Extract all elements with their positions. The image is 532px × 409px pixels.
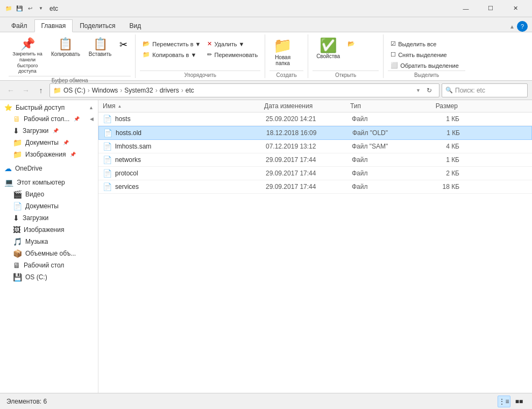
col-size-label: Размер bbox=[436, 102, 458, 110]
open-label: Открыть bbox=[313, 70, 379, 78]
table-row[interactable]: 📄 hosts 25.09.2020 14:21 Файл 1 КБ bbox=[98, 112, 532, 126]
tab-file[interactable]: Файл bbox=[4, 19, 34, 32]
refresh-button[interactable]: ↻ bbox=[423, 84, 436, 97]
crumb-system32[interactable]: System32 bbox=[124, 87, 153, 94]
ribbon-collapse-btn[interactable]: ▲ bbox=[509, 24, 515, 30]
search-box[interactable]: 🔍 Поиск: etc bbox=[442, 83, 528, 97]
sidebar-item-onedrive[interactable]: ☁ OneDrive bbox=[0, 163, 98, 174]
tab-view[interactable]: Вид bbox=[122, 19, 148, 32]
select-items: ☑ Выделить все ☐ Снять выделение ⬜ Обрат… bbox=[388, 37, 462, 70]
sidebar-item-desktop-qa[interactable]: 🖥 Рабочий стол... 📌 ◀ bbox=[0, 113, 98, 125]
sidebar-item-images-pc[interactable]: 🖼 Изображения bbox=[0, 224, 98, 236]
file-size-4: 2 КБ bbox=[416, 170, 459, 177]
table-row[interactable]: 📄 protocol 29.09.2017 17:44 Файл 2 КБ bbox=[98, 167, 532, 180]
downloads-qa-icon: ⬇ bbox=[13, 126, 19, 135]
sidebar-item-music[interactable]: 🎵 Музыка bbox=[0, 236, 98, 248]
sort-arrow: ▲ bbox=[117, 104, 122, 109]
large-icons-view-button[interactable]: ■■ bbox=[513, 396, 526, 407]
properties-button[interactable]: ✅ Свойства bbox=[313, 37, 344, 61]
sidebar-item-quickaccess[interactable]: ⭐ Быстрый доступ ▲ bbox=[0, 102, 98, 113]
scissors-button[interactable]: ✂ bbox=[118, 38, 129, 52]
sidebar-item-documents-pc[interactable]: 📄 Документы bbox=[0, 200, 98, 212]
crumb-os[interactable]: OS (C:) bbox=[63, 87, 86, 94]
col-name-header[interactable]: Имя ▲ bbox=[103, 102, 264, 110]
status-bar: Элементов: 6 ⋮≡ ■■ bbox=[0, 393, 532, 409]
3d-label: Объемные объ... bbox=[25, 250, 76, 257]
sidebar-item-desktop-pc[interactable]: 🖥 Рабочий стол bbox=[0, 259, 98, 271]
new-folder-icon: 📁 bbox=[273, 38, 292, 53]
quickaccess-icon: ⭐ bbox=[4, 104, 12, 111]
sidebar-item-documents-qa[interactable]: 📁 Документы 📌 bbox=[0, 137, 98, 149]
new-folder-label: Новаяпапка bbox=[275, 54, 290, 66]
select-all-button[interactable]: ☑ Выделить все bbox=[388, 39, 462, 49]
file-size-2: 4 КБ bbox=[416, 143, 459, 150]
col-size-header[interactable]: Размер bbox=[415, 102, 458, 110]
copyto-icon: 📁 bbox=[143, 51, 150, 58]
view-controls: ⋮≡ ■■ bbox=[498, 396, 526, 407]
copy-to-button[interactable]: 📁 Копировать в ▼ bbox=[140, 50, 203, 60]
tab-home[interactable]: Главная bbox=[34, 19, 73, 32]
sidebar: ⭐ Быстрый доступ ▲ 🖥 Рабочий стол... 📌 ◀… bbox=[0, 100, 98, 393]
organize-left: 📂 Переместить в ▼ 📁 Копировать в ▼ bbox=[140, 37, 203, 60]
back-button[interactable]: ← bbox=[4, 84, 17, 97]
copy-button[interactable]: 📋 Копировать bbox=[47, 37, 84, 59]
crumb-drivers[interactable]: drivers bbox=[160, 87, 179, 94]
maximize-button[interactable]: ☐ bbox=[478, 0, 503, 17]
new-folder-button[interactable]: 📁 Новаяпапка bbox=[269, 37, 296, 68]
help-button[interactable]: ? bbox=[517, 21, 528, 32]
delete-button[interactable]: ✕ Удалить ▼ bbox=[204, 39, 260, 49]
file-rows: 📄 hosts 25.09.2020 14:21 Файл 1 КБ 📄 hos… bbox=[98, 112, 532, 194]
details-view-button[interactable]: ⋮≡ bbox=[498, 396, 510, 407]
desktop-qa-arrow: ◀ bbox=[90, 116, 94, 122]
forward-button[interactable]: → bbox=[19, 84, 32, 97]
search-input[interactable]: Поиск: etc bbox=[455, 87, 524, 94]
table-row[interactable]: 📄 hosts.old 18.12.2018 16:09 Файл "OLD" … bbox=[98, 126, 532, 140]
col-type-header[interactable]: Тип bbox=[350, 102, 415, 110]
address-bar[interactable]: 📁 OS (C:) › Windows › System32 › drivers… bbox=[49, 83, 439, 97]
sidebar-item-images-qa[interactable]: 📁 Изображения 📌 bbox=[0, 149, 98, 160]
crumb-windows[interactable]: Windows bbox=[92, 87, 118, 94]
properties-label: Свойства bbox=[316, 53, 340, 59]
up-button[interactable]: ↑ bbox=[34, 84, 47, 97]
table-row[interactable]: 📄 lmhosts.sam 07.12.2019 13:12 Файл "SAM… bbox=[98, 140, 532, 153]
sidebar-item-downloads-pc[interactable]: ⬇ Загрузки bbox=[0, 212, 98, 224]
file-icon-1: 📄 bbox=[103, 129, 112, 137]
sidebar-item-thispc[interactable]: 💻 Этот компьютер bbox=[0, 177, 98, 188]
sidebar-item-osdrive[interactable]: 💾 OS (C:) bbox=[0, 271, 98, 283]
file-type-1: Файл "OLD" bbox=[352, 129, 417, 137]
table-row[interactable]: 📄 services 29.09.2017 17:44 Файл 18 КБ bbox=[98, 180, 532, 194]
deselect-button[interactable]: ☐ Снять выделение bbox=[388, 50, 462, 60]
sidebar-item-3d[interactable]: 📦 Объемные объ... bbox=[0, 248, 98, 259]
tab-share[interactable]: Поделиться bbox=[73, 19, 122, 32]
main-content: ⭐ Быстрый доступ ▲ 🖥 Рабочий стол... 📌 ◀… bbox=[0, 100, 532, 393]
new-label: Создать bbox=[269, 70, 303, 78]
open-buttons: ✅ Свойства 📂 bbox=[313, 34, 358, 70]
paste-button[interactable]: 📋 Вставить bbox=[85, 37, 115, 59]
file-size-0: 1 КБ bbox=[416, 115, 459, 123]
pin-icon: 📌 bbox=[20, 38, 35, 50]
file-list-header: Имя ▲ Дата изменения Тип Размер bbox=[98, 100, 532, 112]
pin-mark-2: 📌 bbox=[53, 128, 59, 133]
sidebar-item-downloads-qa[interactable]: ⬇ Загрузки 📌 bbox=[0, 125, 98, 137]
file-name-3: networks bbox=[115, 156, 266, 164]
open-button[interactable]: 📂 bbox=[345, 39, 358, 49]
close-button[interactable]: ✕ bbox=[503, 0, 528, 17]
file-date-2: 07.12.2019 13:12 bbox=[266, 143, 352, 150]
move-to-button[interactable]: 📂 Переместить в ▼ bbox=[140, 39, 203, 49]
pin-button[interactable]: 📌 Закрепить на панелибыстрого доступа bbox=[9, 37, 46, 76]
table-row[interactable]: 📄 networks 29.09.2017 17:44 Файл 1 КБ bbox=[98, 153, 532, 167]
invert-selection-button[interactable]: ⬜ Обратить выделение bbox=[388, 60, 462, 70]
copy-icon: 📋 bbox=[58, 38, 73, 50]
ribbon-group-open: ✅ Свойства 📂 Открыть bbox=[308, 34, 384, 78]
col-date-header[interactable]: Дата изменения bbox=[264, 102, 350, 110]
file-icon-3: 📄 bbox=[103, 156, 112, 164]
select-all-label: Выделить все bbox=[398, 41, 436, 47]
crumb-etc[interactable]: etc bbox=[186, 87, 194, 94]
rename-button[interactable]: ✏ Переименовать bbox=[204, 50, 260, 60]
pin-label: Закрепить на панелибыстрого доступа bbox=[12, 51, 42, 74]
minimize-button[interactable]: — bbox=[453, 0, 478, 17]
file-icon-2: 📄 bbox=[103, 142, 112, 151]
organize-right: ✕ Удалить ▼ ✏ Переименовать bbox=[204, 37, 260, 60]
sidebar-item-video[interactable]: 🎬 Видео bbox=[0, 188, 98, 200]
music-label: Музыка bbox=[25, 238, 48, 245]
